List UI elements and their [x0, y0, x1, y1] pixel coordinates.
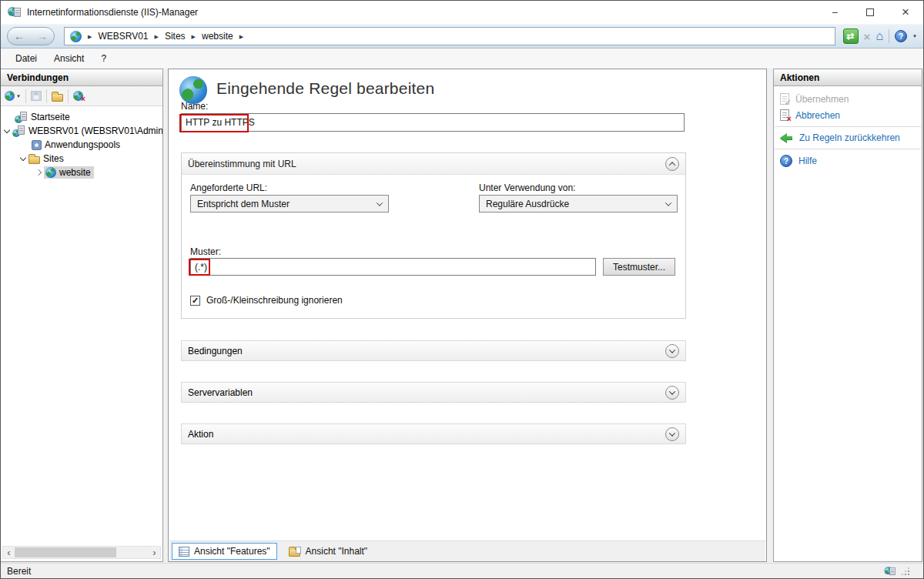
breadcrumb: ▶ WEBSRV01 ▶ Sites ▶ website ▶	[64, 27, 835, 45]
nav-pill: ← →	[7, 27, 55, 45]
using-dropdown[interactable]: Reguläre Ausdrücke	[479, 195, 678, 213]
expand-button[interactable]	[665, 427, 679, 441]
back-icon[interactable]: ←	[14, 31, 25, 42]
using-label: Unter Verwendung von:	[479, 182, 575, 193]
name-label: Name:	[181, 101, 208, 112]
home-icon[interactable]: ⌂	[875, 30, 883, 42]
iis-manager-window: Internetinformationsdienste (IIS)-Manage…	[0, 0, 924, 579]
menu-bar: Datei Ansicht ?	[1, 49, 923, 69]
tree-item-startseite[interactable]: Startseite	[1, 110, 162, 124]
connections-tree: Startseite WEBSRV01 (WEBSRV01\Adminis An…	[1, 106, 162, 179]
close-button[interactable]: ×	[888, 1, 923, 24]
section-bedingungen[interactable]: Bedingungen	[181, 340, 686, 361]
tree-item-server[interactable]: WEBSRV01 (WEBSRV01\Adminis	[1, 124, 162, 138]
ignore-case-row: ✓ Groß-/Kleinschreibung ignorieren	[190, 295, 343, 306]
horizontal-scrollbar[interactable]: ‹ ›	[2, 546, 161, 559]
view-tab-bar: Ansicht "Features" Ansicht "Inhalt"	[169, 541, 765, 561]
expanded-chevron-icon[interactable]	[20, 154, 26, 160]
menu-hilfe[interactable]: ?	[92, 50, 115, 67]
menu-datei[interactable]: Datei	[7, 50, 45, 67]
resize-grip[interactable]	[902, 567, 909, 575]
help-icon: ?	[780, 155, 792, 167]
section-aktion[interactable]: Aktion	[181, 423, 686, 444]
toolbar-separator	[889, 29, 889, 43]
back-to-rules-button[interactable]: Zu Regeln zurückkehren	[774, 130, 922, 146]
tab-content-view[interactable]: Ansicht "Inhalt"	[283, 543, 374, 560]
scroll-left-icon[interactable]: ‹	[3, 547, 15, 557]
requested-url-label: Angeforderte URL:	[190, 182, 267, 193]
connections-toolbar: ▼ ×	[1, 86, 162, 106]
toolbar-separator	[25, 89, 26, 103]
ignore-case-checkbox[interactable]: ✓	[190, 296, 200, 306]
expanded-chevron-icon[interactable]	[4, 126, 10, 132]
disconnect-icon[interactable]: ×	[73, 91, 83, 101]
website-globe-icon	[45, 167, 56, 178]
page-title: Eingehende Regel bearbeiten	[216, 79, 434, 98]
connections-header: Verbindungen	[1, 69, 162, 86]
test-pattern-button[interactable]: Testmuster...	[603, 258, 675, 276]
actions-divider	[775, 149, 921, 149]
match-url-section: Übereinstimmung mit URL Angeforderte URL…	[181, 152, 686, 319]
chevron-down-icon	[377, 199, 383, 206]
section-servervariablen[interactable]: Servervariablen	[181, 382, 686, 403]
help-dropdown-icon[interactable]: ▼	[912, 34, 917, 38]
scroll-right-icon[interactable]: ›	[149, 547, 160, 557]
refresh-icon[interactable]: ⇄	[843, 28, 859, 44]
actions-divider	[775, 126, 921, 127]
check-icon: ✓	[192, 296, 199, 305]
breadcrumb-globe-icon	[70, 31, 82, 42]
minimize-button[interactable]: −	[817, 1, 852, 24]
toolbar-separator	[68, 89, 69, 103]
iis-app-icon	[8, 6, 22, 18]
match-url-header[interactable]: Übereinstimmung mit URL	[182, 153, 685, 175]
apply-button: ✓ Übernehmen	[774, 91, 922, 107]
server-home-icon	[15, 112, 28, 123]
crumb-separator-icon: ▶	[192, 34, 196, 40]
chevron-up-icon	[669, 162, 675, 168]
help-icon[interactable]: ?	[895, 30, 907, 42]
address-bar-buttons: ⇄ × ⌂ ? ▼	[843, 28, 917, 44]
collapsed-chevron-icon[interactable]	[35, 169, 42, 176]
toolbar-separator	[46, 89, 47, 103]
menu-ansicht[interactable]: Ansicht	[45, 50, 92, 67]
breadcrumb-server[interactable]: WEBSRV01	[98, 31, 148, 42]
stop-icon[interactable]: ×	[864, 30, 871, 43]
breadcrumb-sites[interactable]: Sites	[165, 31, 186, 42]
chevron-down-icon	[665, 199, 671, 206]
expand-button[interactable]	[665, 344, 679, 358]
tab-features-view[interactable]: Ansicht "Features"	[172, 543, 277, 560]
window-title: Internetinformationsdienste (IIS)-Manage…	[27, 7, 198, 18]
pattern-input[interactable]	[190, 258, 596, 276]
selected-tree-item[interactable]: website	[44, 166, 94, 179]
save-icon[interactable]	[31, 91, 42, 101]
name-input[interactable]	[181, 113, 685, 132]
maximize-button[interactable]	[852, 1, 888, 24]
tree-item-anwendungspools[interactable]: Anwendungspools	[1, 138, 162, 152]
tree-item-sites[interactable]: Sites	[1, 152, 162, 166]
expand-button[interactable]	[665, 386, 679, 400]
tree-item-website[interactable]: website	[1, 166, 162, 179]
features-view-icon	[179, 547, 189, 557]
connections-panel: Verbindungen ▼ × Startseite WEBSRV01 (WE…	[1, 69, 163, 562]
cancel-icon: ×	[780, 109, 789, 121]
help-button[interactable]: ? Hilfe	[774, 152, 922, 169]
chevron-down-icon	[669, 430, 675, 436]
crumb-separator-icon: ▶	[88, 34, 92, 40]
status-text: Bereit	[7, 566, 31, 577]
open-folder-icon[interactable]	[52, 94, 63, 102]
crumb-separator-icon: ▶	[239, 34, 243, 40]
cancel-button[interactable]: × Abbrechen	[774, 107, 922, 123]
connect-server-icon[interactable]: ▼	[5, 91, 21, 101]
app-pools-icon	[32, 140, 42, 150]
apply-icon: ✓	[780, 93, 789, 105]
crumb-separator-icon: ▶	[155, 34, 159, 40]
actions-panel: Aktionen ✓ Übernehmen × Abbrechen Zu Reg…	[773, 69, 922, 562]
scrollbar-thumb[interactable]	[15, 547, 116, 557]
breadcrumb-website[interactable]: website	[202, 31, 233, 42]
maximize-icon	[866, 8, 874, 16]
address-bar: ← → ▶ WEBSRV01 ▶ Sites ▶ website ▶ ⇄ × ⌂…	[1, 24, 923, 49]
ignore-case-label: Groß-/Kleinschreibung ignorieren	[206, 295, 343, 306]
forward-icon[interactable]: →	[37, 31, 48, 42]
collapse-button[interactable]	[665, 157, 679, 171]
requested-url-dropdown[interactable]: Entspricht dem Muster	[190, 195, 389, 213]
